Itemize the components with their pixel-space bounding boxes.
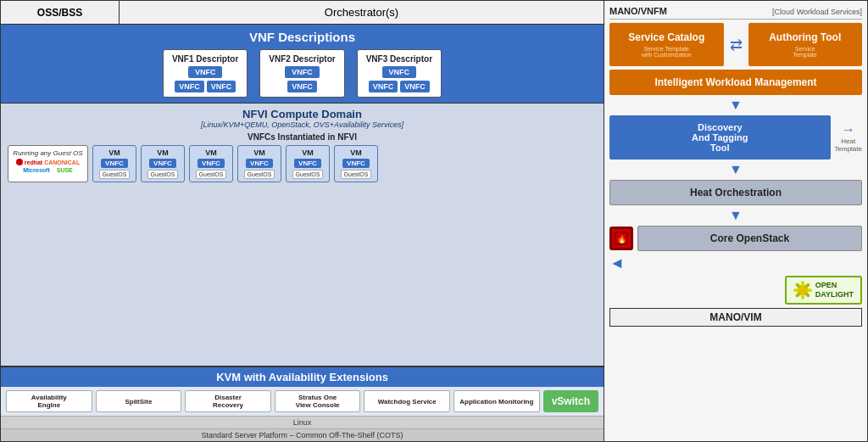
- discovery-box: Discovery And Tagging Tool: [609, 115, 831, 159]
- kvm-splitsite: SplitSite: [96, 390, 182, 412]
- svg-point-9: [795, 292, 801, 298]
- vnf2-descriptor: VNF2 Descriptor VNFC VNFC: [259, 49, 344, 98]
- oss-bss-label: OSS/BSS: [1, 1, 120, 24]
- svg-point-12: [799, 287, 806, 294]
- svg-point-5: [804, 283, 810, 288]
- vnf-section-title: VNF Descriptions: [9, 30, 595, 44]
- arrow-down-2: ▼: [609, 163, 862, 176]
- vnf-descriptors: VNF1 Descriptor VNFC VNFC VNFC VNF2 Desc…: [9, 49, 595, 98]
- cots-bar: Standard Server Platform – Common Off-Th…: [1, 428, 604, 441]
- vm-box-4: VM VNFC GuestOS: [237, 145, 281, 182]
- heat-template-side: → HeatTemplate: [835, 122, 862, 153]
- discovery-row: Discovery And Tagging Tool → HeatTemplat…: [609, 115, 862, 159]
- nfvi-inner-title: VNFCs Instantiated in NFVI: [8, 132, 597, 142]
- vm-box-2: VM VNFC GuestOS: [141, 145, 185, 182]
- odl-sunflower-icon: [793, 281, 812, 299]
- service-catalog-box: Service Catalog Service Templatewith Cus…: [609, 23, 724, 66]
- core-openstack-row: 🔥 Core OpenStack: [609, 226, 862, 251]
- kvm-app-monitoring: Application Monitoring: [453, 390, 540, 412]
- guest-os-box: Running any Guest OS redhat CANONICAL Mi…: [8, 145, 88, 182]
- top-orange-boxes: Service Catalog Service Templatewith Cus…: [609, 23, 862, 66]
- svg-text:🔥: 🔥: [617, 234, 627, 244]
- redhat-icon: [16, 159, 23, 165]
- heat-template-label: HeatTemplate: [835, 137, 862, 153]
- vnf-section: VNF Descriptions VNF1 Descriptor VNFC VN…: [1, 25, 604, 104]
- vnf1-descriptor: VNF1 Descriptor VNFC VNFC VNFC: [163, 49, 248, 98]
- top-header: OSS/BSS Orchestrator(s): [1, 1, 604, 25]
- main-container: OSS/BSS Orchestrator(s) VNF Descriptions…: [0, 0, 868, 442]
- vm-box-6: VM VNFC GuestOS: [334, 145, 378, 182]
- kvm-availability-engine: AvailabilityEngine: [6, 390, 92, 412]
- vnf3-descriptor: VNF3 Descriptor VNFC VNFC VNFC: [357, 49, 442, 98]
- authoring-tool-box: Authoring Tool ServiceTemplate: [748, 23, 863, 66]
- openstack-fire-icon: 🔥: [609, 227, 633, 250]
- svg-point-8: [801, 294, 804, 299]
- nfvi-content: Running any Guest OS redhat CANONICAL Mi…: [8, 145, 597, 182]
- nfvi-section: NFVI Compute Domain [Linux/KVM+QEMU, Ope…: [1, 104, 604, 366]
- right-side: MANO/VNFM [Cloud Workload Services] Serv…: [604, 1, 867, 441]
- kvm-disaster-recovery: DisasterRecovery: [185, 390, 271, 412]
- svg-point-11: [795, 283, 801, 288]
- kvm-components: AvailabilityEngine SplitSite DisasterRec…: [1, 387, 604, 416]
- svg-point-6: [807, 288, 812, 292]
- odl-text: OPEN DAYLIGHT: [815, 281, 854, 299]
- mano-subtitle: [Cloud Workload Services]: [772, 8, 862, 16]
- left-arrow: ◄: [609, 255, 862, 272]
- iwm-box: Intelligent Workload Management: [609, 70, 862, 95]
- svg-point-10: [793, 288, 798, 292]
- odl-row: OPEN DAYLIGHT: [609, 276, 862, 305]
- vswitch-button: vSwitch: [543, 390, 598, 412]
- vm-box-5: VM VNFC GuestOS: [286, 145, 330, 182]
- svg-point-4: [801, 281, 804, 286]
- core-openstack-box: Core OpenStack: [637, 226, 862, 251]
- kvm-watchdog: Watchdog Service: [364, 390, 450, 412]
- service-arrow: ⇄: [728, 23, 744, 66]
- opendaylight-box: OPEN DAYLIGHT: [785, 276, 862, 305]
- vm-box-1: VM VNFC GuestOS: [92, 145, 136, 182]
- nfvi-title: NFVI Compute Domain: [8, 108, 597, 120]
- arrow-down-1: ▼: [609, 98, 862, 112]
- vm-box-3: VM VNFC GuestOS: [189, 145, 233, 182]
- orchestrator-label: Orchestrator(s): [120, 1, 604, 24]
- nfvi-subtitle: [Linux/KVM+QEMU, OpenStack, OVS+Availabi…: [8, 120, 597, 129]
- mano-header: MANO/VNFM [Cloud Workload Services]: [609, 6, 862, 20]
- kvm-section: KVM with Availability Extensions Availab…: [1, 366, 604, 441]
- left-side: OSS/BSS Orchestrator(s) VNF Descriptions…: [1, 1, 604, 441]
- heat-orchestration-box: Heat Orchestration: [609, 180, 862, 205]
- mano-vim-label: MANO/VIM: [609, 308, 862, 327]
- mano-title: MANO/VNFM: [609, 6, 667, 16]
- arrow-down-3: ▼: [609, 209, 862, 222]
- kvm-stratus: Stratus OneView Console: [275, 390, 361, 412]
- svg-point-7: [804, 292, 810, 298]
- linux-bar: Linux: [1, 416, 604, 428]
- kvm-title: KVM with Availability Extensions: [1, 367, 604, 387]
